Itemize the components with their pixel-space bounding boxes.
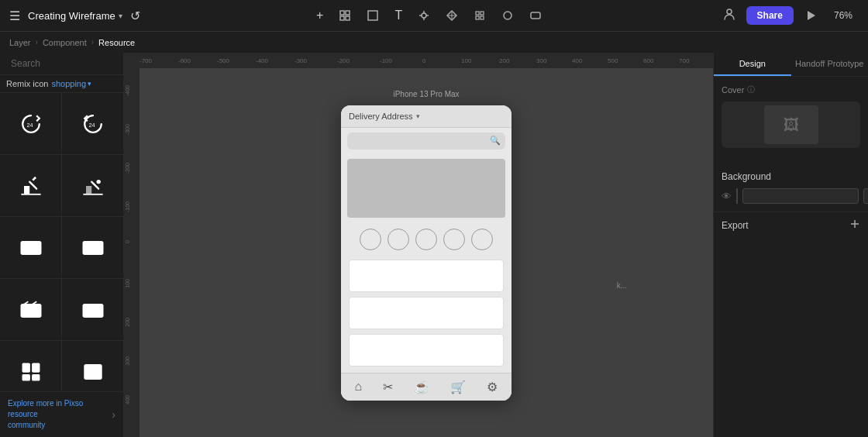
topbar: ☰ Creating Wireframe ▾ ↺ + T bbox=[0, 0, 868, 31]
svg-rect-33 bbox=[21, 241, 40, 253]
filter-tag[interactable]: shopping ▾ bbox=[51, 79, 91, 88]
svg-rect-2 bbox=[340, 16, 344, 20]
icon-cell[interactable]: 24 bbox=[0, 93, 62, 155]
icon-cell[interactable] bbox=[0, 341, 62, 391]
breadcrumb: Layer › Component › Resource bbox=[0, 31, 868, 53]
svg-rect-14 bbox=[480, 12, 484, 15]
card-item[interactable] bbox=[349, 260, 504, 292]
svg-text:$: $ bbox=[87, 307, 90, 314]
icon-cell[interactable]: $ bbox=[62, 279, 123, 341]
svg-rect-38 bbox=[86, 249, 95, 251]
right-panel: Design Handoff Prototype Cover ⓘ 🖼 Backg… bbox=[713, 53, 868, 437]
circle-item[interactable] bbox=[471, 229, 493, 250]
pen-tool-button[interactable] bbox=[413, 6, 435, 25]
svg-marker-20 bbox=[808, 11, 815, 20]
nav-tools-icon[interactable]: ✂ bbox=[383, 380, 393, 394]
filter-chevron-icon: ▾ bbox=[88, 80, 91, 88]
delivery-label: Delivery Address bbox=[349, 112, 413, 121]
circle-item[interactable] bbox=[388, 229, 409, 250]
toolbar-center: + T bbox=[312, 5, 546, 26]
breadcrumb-layer[interactable]: Layer bbox=[9, 38, 31, 47]
ellipse-tool-button[interactable] bbox=[497, 6, 518, 25]
main-area: ≡ Remix icon shopping ▾ 24 24 bbox=[0, 53, 868, 437]
search-input[interactable] bbox=[11, 58, 127, 69]
circles-row bbox=[341, 222, 512, 256]
icon-cell[interactable] bbox=[62, 155, 123, 217]
tab-handoff-prototype[interactable]: Handoff Prototype bbox=[791, 53, 869, 76]
background-row: 👁 E5E5E5 100 % bbox=[722, 188, 860, 204]
circle-item[interactable] bbox=[360, 229, 381, 250]
cover-placeholder-icon: 🖼 bbox=[784, 116, 799, 134]
title-dropdown-icon[interactable]: ▾ bbox=[119, 12, 122, 20]
icon-cell[interactable] bbox=[62, 217, 123, 279]
svg-rect-13 bbox=[476, 12, 479, 15]
nav-cart-icon[interactable]: 🛒 bbox=[450, 380, 466, 394]
play-button[interactable] bbox=[800, 6, 822, 25]
text-tool-button[interactable]: T bbox=[390, 5, 407, 26]
svg-text:24: 24 bbox=[88, 121, 95, 128]
icon-cell[interactable] bbox=[0, 217, 62, 279]
filter-label: Remix icon bbox=[6, 79, 48, 88]
breadcrumb-resource[interactable]: Resource bbox=[98, 38, 135, 47]
card-item[interactable] bbox=[349, 297, 504, 329]
background-section-title: Background bbox=[722, 171, 860, 182]
circle-item[interactable] bbox=[443, 229, 465, 250]
phone-frame[interactable]: Delivery Address ▾ 🔍 bbox=[341, 105, 512, 401]
nav-home-icon[interactable]: ⌂ bbox=[355, 380, 363, 394]
delivery-chevron-icon: ▾ bbox=[416, 112, 420, 120]
icon-grid: 24 24 $ bbox=[0, 93, 123, 391]
icon-cell[interactable] bbox=[62, 341, 123, 391]
explore-bar: Explore more in Pixso resource community… bbox=[0, 391, 123, 437]
add-button[interactable]: + bbox=[312, 5, 328, 26]
explore-text: Explore more in Pixso resource community bbox=[8, 398, 112, 431]
frame-tool-button[interactable] bbox=[334, 6, 356, 25]
icon-cell[interactable] bbox=[0, 279, 62, 341]
svg-rect-49 bbox=[32, 374, 39, 380]
cover-info-icon[interactable]: ⓘ bbox=[747, 84, 755, 95]
visibility-toggle[interactable]: 👁 bbox=[722, 191, 732, 202]
share-button[interactable]: Share bbox=[746, 6, 794, 25]
cover-section-title: Cover ⓘ bbox=[722, 84, 860, 95]
export-add-button[interactable] bbox=[849, 218, 860, 232]
ruler-horizontal: -700 -600 -500 -400 -300 -200 -100 0 100… bbox=[124, 53, 713, 68]
color-swatch[interactable] bbox=[736, 188, 738, 204]
topbar-right: Share 76% bbox=[718, 3, 859, 28]
icon-cell[interactable] bbox=[0, 155, 62, 217]
menu-icon[interactable]: ☰ bbox=[9, 9, 20, 23]
export-label: Export bbox=[722, 220, 749, 231]
svg-rect-28 bbox=[32, 176, 36, 181]
svg-point-19 bbox=[727, 9, 732, 14]
wireframe-search-icon: 🔍 bbox=[490, 136, 501, 146]
phone-container: iPhone 13 Pro Max Delivery Address ▾ 🔍 bbox=[341, 105, 512, 401]
icon-cell[interactable]: 24 bbox=[62, 93, 123, 155]
nav-coffee-icon[interactable]: ☕ bbox=[414, 380, 429, 394]
card-item[interactable] bbox=[349, 334, 504, 366]
opacity-input[interactable]: 100 bbox=[863, 188, 868, 204]
tab-design[interactable]: Design bbox=[714, 53, 791, 76]
ruler-vertical: -400 -300 -200 -100 0 100 200 300 400 bbox=[124, 68, 140, 437]
search-row: 🔍 bbox=[341, 128, 512, 154]
explore-arrow-icon[interactable]: › bbox=[112, 408, 115, 421]
mask-tool-button[interactable] bbox=[525, 6, 546, 25]
history-icon[interactable]: ↺ bbox=[130, 9, 140, 23]
wireframe-search-box[interactable]: 🔍 bbox=[347, 132, 505, 150]
grid-tool-button[interactable] bbox=[469, 6, 491, 25]
cover-preview: 🖼 bbox=[722, 102, 860, 148]
svg-rect-1 bbox=[346, 11, 350, 15]
zoom-level[interactable]: 76% bbox=[828, 7, 859, 24]
filter-bar: Remix icon shopping ▾ bbox=[0, 75, 123, 93]
breadcrumb-component[interactable]: Component bbox=[43, 38, 87, 47]
svg-text:24: 24 bbox=[26, 121, 33, 128]
canvas[interactable]: -700 -600 -500 -400 -300 -200 -100 0 100… bbox=[124, 53, 713, 437]
hex-input[interactable]: E5E5E5 bbox=[742, 188, 859, 204]
svg-line-27 bbox=[29, 181, 36, 188]
svg-rect-29 bbox=[86, 186, 91, 194]
app-title: Creating Wireframe ▾ bbox=[28, 10, 122, 22]
profile-button[interactable] bbox=[718, 3, 740, 28]
nav-settings-icon[interactable]: ⚙ bbox=[487, 380, 498, 394]
shape-tool-button[interactable] bbox=[362, 6, 384, 25]
topbar-left: ☰ Creating Wireframe ▾ ↺ bbox=[9, 9, 140, 23]
component-tool-button[interactable] bbox=[441, 6, 463, 25]
circle-item[interactable] bbox=[415, 229, 437, 250]
svg-point-5 bbox=[422, 13, 426, 18]
